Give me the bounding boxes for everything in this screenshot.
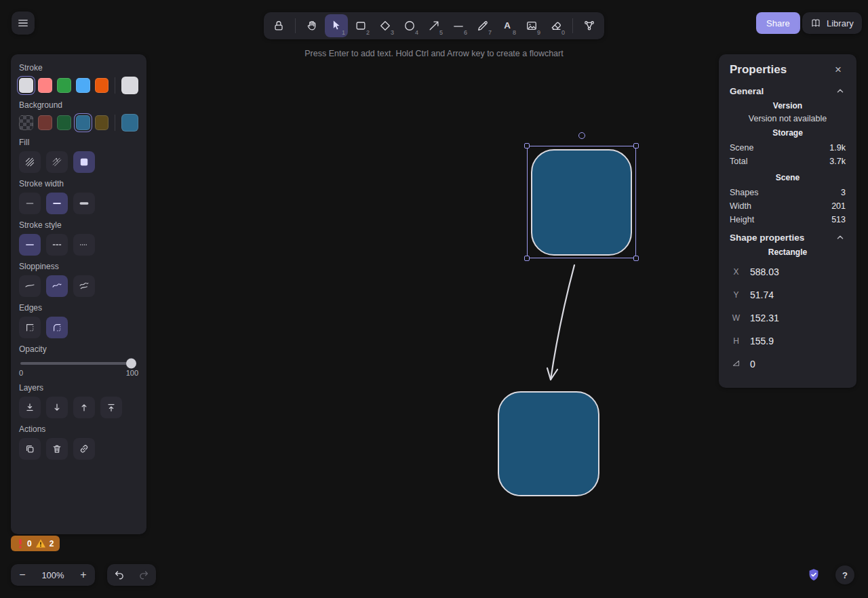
bring-forward-button[interactable]: [73, 397, 95, 418]
send-to-back-button[interactable]: [19, 397, 41, 418]
tool-shortcut: 9: [537, 29, 540, 36]
x-value[interactable]: 588.03: [750, 266, 779, 277]
share-button[interactable]: Share: [756, 12, 800, 34]
send-to-back-icon: [24, 402, 35, 413]
shape-x-row[interactable]: X 588.03: [730, 260, 846, 283]
shape-w-row[interactable]: W 152.31: [730, 306, 846, 330]
crosshatch-icon: [52, 157, 62, 167]
general-section-header[interactable]: General: [730, 85, 846, 96]
sloppiness-artist-button[interactable]: [46, 275, 68, 297]
delete-button[interactable]: [46, 438, 68, 460]
rectangle-shape[interactable]: [498, 391, 599, 496]
sloppiness-architect-button[interactable]: [19, 275, 41, 297]
menu-button[interactable]: [12, 12, 35, 35]
zoom-level[interactable]: 100%: [34, 570, 72, 580]
undo-icon: [113, 568, 126, 582]
close-panel-button[interactable]: ×: [831, 62, 846, 77]
line-tool-button[interactable]: 6: [447, 14, 470, 37]
bring-to-front-button[interactable]: [100, 397, 122, 418]
dashed-line-icon: [52, 239, 62, 250]
eraser-tool-button[interactable]: 0: [545, 14, 568, 37]
artist-squiggle-icon: [52, 281, 62, 292]
arrow-tool-button[interactable]: 5: [422, 14, 446, 37]
stroke-style-dotted-button[interactable]: [73, 234, 95, 256]
fill-hachure-button[interactable]: [19, 151, 41, 173]
opacity-slider-thumb[interactable]: [126, 359, 136, 369]
shape-properties-section-header[interactable]: Shape properties: [730, 232, 846, 243]
y-value[interactable]: 51.74: [750, 290, 774, 300]
current-stroke-color[interactable]: [121, 77, 138, 94]
rotate-handle[interactable]: [578, 132, 585, 139]
stroke-width-bold-button[interactable]: [46, 193, 68, 214]
shape-y-row[interactable]: Y 51.74: [730, 283, 846, 306]
opacity-slider[interactable]: [20, 362, 136, 365]
redo-button[interactable]: [132, 564, 156, 586]
text-tool-button[interactable]: A 8: [496, 14, 519, 37]
stroke-width-extrabold-button[interactable]: [73, 193, 95, 214]
share-button-label: Share: [766, 18, 790, 28]
stroke-style-dashed-button[interactable]: [46, 234, 68, 256]
draw-tool-button[interactable]: 7: [471, 14, 494, 37]
image-tool-button[interactable]: 9: [520, 14, 543, 37]
lock-tool-button[interactable]: [267, 14, 290, 37]
shape-h-row[interactable]: H 155.9: [730, 330, 846, 353]
ellipse-tool-button[interactable]: 4: [398, 14, 421, 37]
resize-handle-top-left[interactable]: [524, 143, 530, 148]
hamburger-icon: [16, 16, 30, 30]
tool-shortcut: 6: [464, 29, 467, 36]
undo-button[interactable]: [107, 564, 132, 586]
library-button[interactable]: Library: [802, 12, 862, 34]
actions-label: Actions: [19, 424, 138, 434]
kv-label: Height: [730, 215, 754, 224]
tool-shortcut: 4: [415, 29, 418, 36]
edges-sharp-button[interactable]: [19, 317, 41, 338]
sloppiness-cartoonist-button[interactable]: [73, 275, 95, 297]
background-color-swatch[interactable]: [76, 115, 90, 130]
extra-tools-button[interactable]: [578, 14, 601, 37]
extra-tools-icon: [583, 19, 596, 33]
help-button[interactable]: ?: [835, 565, 854, 584]
resize-handle-bottom-left[interactable]: [524, 256, 530, 261]
hand-tool-button[interactable]: [300, 14, 323, 37]
background-color-swatch[interactable]: [38, 115, 52, 130]
rectangle-tool-button[interactable]: 2: [349, 14, 372, 37]
angle-value[interactable]: 0: [750, 359, 755, 370]
solid-line-icon: [24, 239, 35, 250]
stroke-label: Stroke: [19, 63, 138, 73]
stroke-color-swatch[interactable]: [95, 78, 109, 93]
encryption-shield-icon[interactable]: [806, 567, 821, 583]
minus-icon: −: [19, 569, 25, 581]
stroke-style-solid-button[interactable]: [19, 234, 41, 256]
diamond-tool-button[interactable]: 3: [374, 14, 397, 37]
create-link-button[interactable]: [73, 438, 95, 460]
fill-solid-button[interactable]: [73, 151, 95, 173]
toolbar-divider: [572, 18, 573, 33]
background-color-swatch-transparent[interactable]: [19, 115, 33, 130]
resize-handle-top-right[interactable]: [633, 143, 639, 148]
solid-fill-icon: [79, 157, 90, 167]
h-value[interactable]: 155.9: [750, 336, 774, 346]
zoom-out-button[interactable]: −: [11, 564, 34, 586]
w-value[interactable]: 152.31: [750, 313, 779, 323]
duplicate-button[interactable]: [19, 438, 41, 460]
send-backward-button[interactable]: [46, 397, 68, 418]
stroke-color-swatch[interactable]: [38, 78, 52, 93]
fill-crosshatch-button[interactable]: [46, 151, 68, 173]
edges-label: Edges: [19, 303, 138, 313]
stroke-color-swatch[interactable]: [76, 78, 90, 93]
kv-label: Scene: [730, 143, 753, 153]
shape-angle-row[interactable]: 0: [730, 353, 846, 376]
stroke-width-thin-button[interactable]: [19, 193, 41, 214]
background-color-swatch[interactable]: [57, 115, 71, 130]
element-properties-panel: Stroke Background Fill: [11, 54, 146, 534]
resize-handle-bottom-right[interactable]: [633, 256, 639, 261]
tool-shortcut: 2: [366, 29, 370, 36]
stroke-color-swatch[interactable]: [57, 78, 71, 93]
validation-badge[interactable]: 0 2: [11, 536, 60, 551]
current-background-color[interactable]: [121, 114, 138, 132]
zoom-in-button[interactable]: +: [72, 564, 95, 586]
stroke-color-swatch[interactable]: [19, 78, 33, 93]
background-color-swatch[interactable]: [95, 115, 109, 130]
edges-round-button[interactable]: [46, 317, 68, 338]
selection-tool-button[interactable]: 1: [325, 14, 348, 37]
